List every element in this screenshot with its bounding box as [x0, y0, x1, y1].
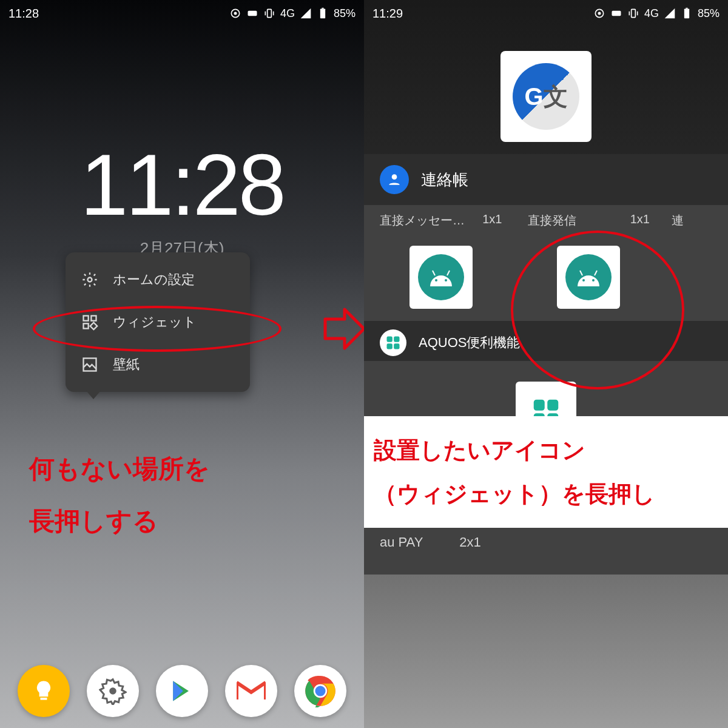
wallpaper-icon: [81, 356, 98, 373]
widget-direct-message[interactable]: 直接メッセー… 1x1: [371, 205, 511, 321]
status-time: 11:28: [8, 7, 39, 21]
battery-icon: [317, 7, 329, 19]
annotation-right-line2: （ウィジェット）を長押し: [374, 472, 718, 516]
svg-line-31: [580, 271, 582, 275]
battery-label: 85%: [698, 7, 720, 20]
status-cluster: 4G 85%: [593, 7, 720, 20]
annotation-left-line1: 何もない場所を: [29, 443, 210, 495]
widget-direct-call-thumb: [557, 246, 620, 309]
annotation-right-line1: 設置したいアイコン: [374, 428, 718, 472]
lightbulb-icon: [30, 678, 57, 704]
menu-wallpaper-label: 壁紙: [113, 356, 140, 374]
svg-line-28: [447, 271, 450, 275]
vr-icon: [610, 7, 622, 19]
widget-contacts-cut-label: 連: [672, 212, 684, 229]
annotation-text-left: 何もない場所を 長押しする: [29, 443, 210, 547]
svg-rect-33: [387, 337, 393, 342]
signal-icon: [300, 7, 312, 19]
chrome-icon: [304, 675, 337, 707]
android-icon: [418, 254, 464, 300]
svg-rect-38: [547, 400, 558, 411]
dock-keep[interactable]: [18, 665, 70, 717]
phone-screenshot-right: 11:29 4G 85% G文 連絡帳 直接メッセー… 1x1: [364, 0, 728, 728]
dock-chrome[interactable]: [294, 665, 346, 717]
widget-direct-call-label: 直接発信: [528, 212, 576, 229]
widget-direct-call[interactable]: 直接発信 1x1: [519, 205, 659, 321]
arrow-icon: [323, 305, 364, 353]
svg-rect-21: [632, 9, 636, 17]
menu-widgets-label: ウィジェット: [113, 313, 197, 331]
svg-rect-9: [84, 323, 89, 328]
status-time: 11:29: [372, 7, 403, 21]
dock-settings[interactable]: [87, 665, 139, 717]
widget-translate-preview[interactable]: G文: [500, 51, 592, 142]
gear-icon: [99, 677, 127, 705]
phone-screenshot-left: 11:28 4G 85% 11:28 2月27日(木) ホームの設定 ウィジェッ…: [0, 0, 364, 728]
battery-icon: [681, 7, 693, 19]
status-cluster: 4G 85%: [229, 7, 356, 20]
menu-home-settings[interactable]: ホームの設定: [66, 258, 250, 301]
widget-direct-message-thumb: [410, 246, 473, 309]
network-label: 4G: [644, 7, 659, 20]
svg-rect-12: [41, 698, 47, 700]
dock-gmail[interactable]: [225, 665, 277, 717]
svg-point-30: [592, 279, 595, 281]
category-contacts-label: 連絡帳: [421, 169, 468, 190]
svg-rect-20: [612, 11, 621, 16]
svg-point-24: [392, 174, 397, 180]
svg-rect-22: [684, 9, 689, 19]
annotation-text-right: 設置したいアイコン （ウィジェット）を長押し: [364, 416, 728, 528]
svg-rect-5: [322, 8, 323, 9]
svg-line-32: [595, 271, 597, 275]
play-store-icon: [169, 678, 195, 704]
network-label: 4G: [280, 7, 295, 20]
widget-aupay[interactable]: au PAY 2x1: [364, 525, 728, 575]
vibrate-icon: [627, 7, 639, 19]
battery-label: 85%: [334, 7, 356, 20]
svg-line-27: [433, 271, 435, 275]
svg-rect-7: [84, 316, 89, 321]
svg-rect-34: [394, 337, 399, 342]
svg-rect-35: [387, 343, 393, 349]
cast-icon: [593, 7, 605, 19]
svg-rect-8: [91, 316, 96, 321]
svg-point-13: [109, 687, 116, 695]
svg-rect-2: [248, 11, 257, 16]
vr-icon: [246, 7, 258, 19]
contacts-widget-row: 直接メッセー… 1x1 直接発信 1x1: [364, 205, 728, 321]
svg-point-1: [234, 12, 237, 15]
category-aquos[interactable]: AQUOS便利機能: [364, 321, 728, 361]
svg-point-19: [598, 12, 601, 15]
widget-direct-message-label: 直接メッセー…: [380, 212, 465, 229]
gmail-icon: [237, 680, 266, 702]
menu-widgets[interactable]: ウィジェット: [66, 301, 250, 343]
svg-point-6: [88, 278, 92, 282]
widget-aupay-size: 2x1: [459, 534, 480, 550]
android-icon: [565, 254, 612, 300]
menu-wallpaper[interactable]: 壁紙: [66, 343, 250, 386]
widget-contacts-cut[interactable]: 連: [667, 205, 721, 321]
menu-pointer-tail: [86, 391, 101, 399]
status-bar: 11:29 4G 85%: [364, 0, 728, 27]
home-context-menu: ホームの設定 ウィジェット 壁紙: [66, 252, 250, 392]
home-clock: 11:28: [0, 142, 364, 228]
home-dock: [0, 665, 364, 717]
translate-icon: G文: [513, 63, 579, 130]
widget-direct-message-size: 1x1: [482, 212, 502, 229]
cast-icon: [229, 7, 241, 19]
svg-rect-37: [534, 400, 545, 411]
category-contacts[interactable]: 連絡帳: [364, 154, 728, 205]
widget-picker[interactable]: G文 連絡帳 直接メッセー… 1x1: [364, 27, 728, 728]
contacts-icon: [380, 165, 409, 194]
svg-rect-36: [394, 343, 399, 349]
svg-point-17: [315, 686, 325, 696]
widget-aupay-label: au PAY: [380, 534, 423, 550]
dock-play-store[interactable]: [156, 665, 208, 717]
svg-point-29: [582, 279, 585, 281]
svg-rect-4: [320, 9, 325, 19]
signal-icon: [664, 7, 676, 19]
gear-icon: [81, 271, 98, 288]
category-aquos-label: AQUOS便利機能: [419, 334, 520, 352]
svg-point-25: [435, 279, 437, 281]
svg-rect-3: [268, 9, 272, 17]
